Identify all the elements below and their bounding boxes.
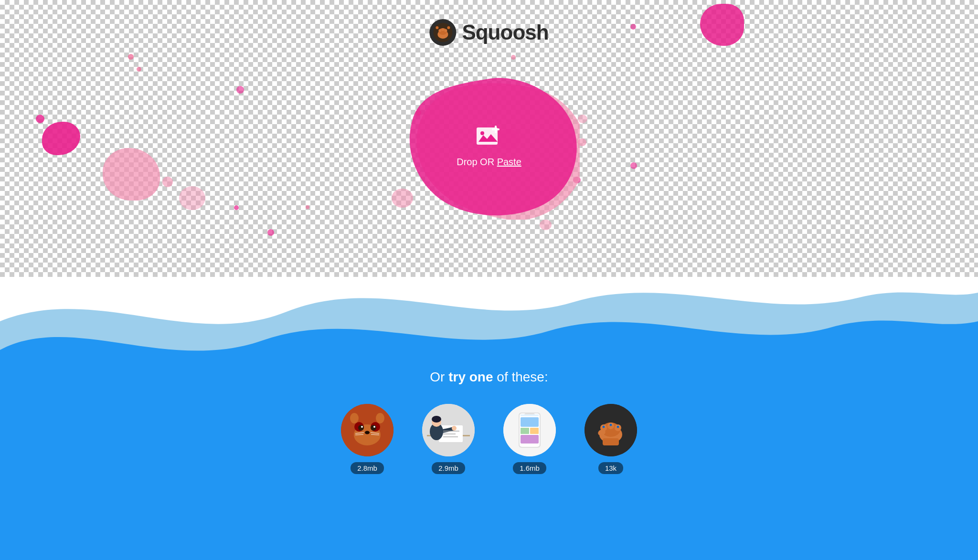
decoration-blob-3: [36, 115, 44, 123]
svg-rect-13: [492, 128, 500, 130]
sample-thumb-2: [422, 404, 475, 456]
decoration-blob-18: [511, 55, 516, 60]
svg-point-9: [447, 26, 450, 29]
app-header: Squoosh: [429, 19, 548, 46]
svg-rect-54: [603, 438, 619, 445]
svg-point-57: [617, 426, 619, 428]
decoration-blob-logo: [700, 4, 744, 46]
sample-thumb-3: [503, 404, 556, 456]
sample-item-4[interactable]: 13k: [585, 404, 637, 474]
drop-zone[interactable]: Drop OR Paste: [389, 62, 589, 229]
sample-item-2[interactable]: 2.9mb: [422, 404, 475, 474]
svg-point-11: [480, 131, 484, 135]
svg-point-21: [373, 426, 375, 428]
svg-point-24: [376, 413, 384, 423]
svg-point-5: [444, 29, 447, 32]
decoration-blob-4: [128, 54, 134, 60]
svg-point-8: [436, 26, 438, 29]
try-one-text: Or try one of these:: [430, 370, 548, 385]
svg-point-4: [441, 28, 444, 31]
svg-point-23: [350, 413, 359, 423]
svg-point-55: [603, 426, 605, 428]
sample-item-3[interactable]: 1.6mb: [503, 404, 556, 474]
drop-or-paste-text: Drop OR Paste: [457, 157, 521, 168]
decoration-blob-9: [137, 67, 141, 72]
paste-link[interactable]: Paste: [497, 157, 521, 167]
decoration-blob-6: [234, 205, 239, 210]
svg-rect-43: [521, 414, 539, 416]
svg-point-3: [438, 29, 441, 32]
image-add-icon: [475, 124, 503, 150]
decoration-blob-10: [267, 229, 274, 236]
decoration-blob-21: [630, 24, 636, 30]
svg-rect-42: [521, 435, 539, 444]
sample-thumb-4: [585, 404, 637, 456]
svg-point-30: [432, 416, 441, 423]
svg-point-20: [361, 426, 363, 428]
decoration-blob-19: [630, 162, 637, 169]
decoration-blob-7: [179, 186, 205, 210]
logo-icon: [429, 19, 456, 46]
sample-thumb-1: [341, 404, 393, 456]
decoration-blob-5: [162, 177, 173, 187]
decoration-blob-11: [306, 205, 309, 209]
svg-point-22: [365, 431, 370, 434]
svg-point-18: [358, 425, 364, 431]
sample-item-1[interactable]: 2.8mb: [341, 404, 393, 474]
svg-point-31: [452, 426, 457, 431]
decoration-blob-8: [236, 86, 244, 94]
bottom-content: Or try one of these:: [346, 370, 632, 474]
svg-point-19: [371, 425, 376, 431]
app-title: Squoosh: [462, 21, 548, 44]
svg-rect-41: [530, 428, 539, 434]
svg-rect-40: [521, 428, 529, 434]
sample-badge-4: 13k: [598, 462, 623, 474]
sample-badge-1: 2.8mb: [351, 462, 384, 474]
sample-images-list: 2.8mb: [341, 404, 637, 474]
svg-point-56: [610, 424, 612, 426]
drop-zone-content: Drop OR Paste: [457, 124, 521, 168]
svg-rect-39: [521, 417, 539, 427]
sample-badge-3: 1.6mb: [513, 462, 546, 474]
sample-badge-2: 2.9mb: [432, 462, 465, 474]
